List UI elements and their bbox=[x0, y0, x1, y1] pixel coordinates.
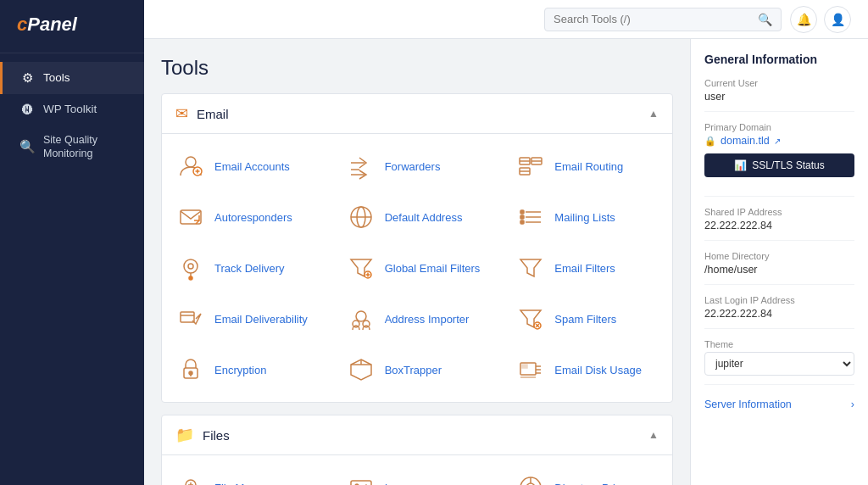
svg-rect-47 bbox=[522, 365, 527, 368]
tool-global-email-filters[interactable]: Global Email Filters bbox=[332, 242, 503, 293]
email-section-icon: ✉ bbox=[175, 104, 188, 123]
email-section-header[interactable]: ✉ Email ▲ bbox=[162, 94, 672, 134]
files-section-header[interactable]: 📁 Files ▲ bbox=[162, 415, 672, 455]
default-address-label: Default Address bbox=[385, 211, 463, 224]
logo: cPanel bbox=[0, 0, 144, 53]
theme-row: Theme jupiter bbox=[704, 339, 854, 385]
wp-icon: 🅦 bbox=[19, 103, 35, 116]
svg-marker-30 bbox=[520, 259, 541, 276]
boxtrapper-icon bbox=[346, 354, 376, 385]
email-accounts-label: Email Accounts bbox=[214, 160, 290, 173]
last-login-label: Last Login IP Address bbox=[704, 295, 854, 305]
images-label: Images bbox=[385, 482, 421, 486]
primary-domain-value: 🔒 domain.tld ↗ bbox=[704, 135, 854, 147]
notifications-button[interactable]: 🔔 bbox=[790, 6, 817, 33]
tool-mailing-lists[interactable]: Mailing Lists bbox=[502, 192, 672, 242]
spam-filters-label: Spam Filters bbox=[554, 313, 616, 326]
search-input[interactable] bbox=[554, 13, 751, 25]
email-disk-usage-label: Email Disk Usage bbox=[554, 364, 642, 376]
header-icons: 🔔 👤 bbox=[790, 6, 851, 33]
svg-rect-21 bbox=[520, 220, 524, 224]
shared-ip-row: Shared IP Address 22.222.222.84 bbox=[704, 207, 854, 241]
svg-point-22 bbox=[184, 259, 198, 273]
info-panel: General Information Current User user Pr… bbox=[690, 39, 868, 485]
current-user-row: Current User user bbox=[704, 78, 854, 112]
forwarders-icon bbox=[346, 151, 376, 181]
last-login-row: Last Login IP Address 22.222.222.84 bbox=[704, 295, 854, 329]
encryption-label: Encryption bbox=[214, 364, 266, 376]
mailing-lists-icon bbox=[515, 202, 546, 232]
tool-images[interactable]: Images bbox=[332, 462, 503, 485]
lock-icon: 🔒 bbox=[704, 136, 716, 147]
directory-privacy-label: Directory Privacy bbox=[554, 482, 637, 486]
email-section: ✉ Email ▲ bbox=[161, 93, 673, 403]
files-section-toggle[interactable]: ▲ bbox=[648, 429, 659, 441]
encryption-icon bbox=[175, 354, 206, 385]
email-filters-label: Email Filters bbox=[554, 262, 615, 275]
email-routing-label: Email Routing bbox=[554, 160, 623, 173]
tool-default-address[interactable]: Default Address bbox=[332, 192, 503, 242]
tool-track-delivery[interactable]: Track Delivery bbox=[162, 242, 332, 293]
svg-rect-55 bbox=[351, 481, 371, 485]
main-area: 🔍 🔔 👤 Tools ✉ Email ▲ bbox=[144, 0, 868, 485]
email-section-toggle[interactable]: ▲ bbox=[648, 108, 659, 120]
home-dir-label: Home Directory bbox=[704, 251, 854, 261]
tool-spam-filters[interactable]: Spam Filters bbox=[502, 293, 672, 344]
files-section-icon: 📁 bbox=[175, 426, 194, 444]
theme-select[interactable]: jupiter bbox=[704, 352, 854, 376]
boxtrapper-label: BoxTrapper bbox=[385, 364, 442, 376]
site-quality-icon: 🔍 bbox=[19, 139, 35, 154]
svg-rect-20 bbox=[520, 215, 524, 219]
autoresponders-label: Autoresponders bbox=[214, 211, 292, 224]
page-title: Tools bbox=[161, 56, 673, 80]
info-panel-title: General Information bbox=[704, 53, 854, 66]
svg-point-33 bbox=[356, 311, 366, 321]
primary-domain-row: Primary Domain 🔒 domain.tld ↗ 📊 SSL/TLS … bbox=[704, 122, 854, 197]
domain-text: domain.tld bbox=[721, 135, 770, 147]
server-info-link[interactable]: Server Information › bbox=[704, 395, 854, 410]
tool-encryption[interactable]: Encryption bbox=[162, 344, 332, 395]
tool-email-disk-usage[interactable]: Email Disk Usage bbox=[502, 344, 672, 395]
tool-autoresponders[interactable]: Autoresponders bbox=[162, 192, 332, 242]
svg-point-41 bbox=[189, 371, 192, 375]
svg-rect-19 bbox=[520, 210, 524, 214]
email-accounts-icon bbox=[175, 151, 206, 181]
sidebar: cPanel ⚙ Tools 🅦 WP Toolkit 🔍 Site Quali… bbox=[0, 0, 144, 485]
tool-email-routing[interactable]: Email Routing bbox=[502, 141, 672, 192]
sidebar-item-tools[interactable]: ⚙ Tools bbox=[0, 62, 144, 94]
tool-address-importer[interactable]: Address Importer bbox=[332, 293, 503, 344]
email-routing-icon bbox=[515, 151, 546, 181]
tool-directory-privacy[interactable]: Directory Privacy bbox=[502, 462, 672, 485]
tool-boxtrapper[interactable]: BoxTrapper bbox=[332, 344, 503, 395]
images-icon bbox=[346, 472, 376, 485]
svg-point-23 bbox=[188, 264, 193, 269]
server-info-chevron: › bbox=[851, 399, 854, 410]
svg-rect-31 bbox=[181, 312, 194, 322]
email-section-label: Email bbox=[197, 107, 229, 121]
email-disk-usage-icon bbox=[515, 354, 546, 385]
track-delivery-label: Track Delivery bbox=[214, 262, 285, 275]
tool-forwarders[interactable]: Forwarders bbox=[332, 141, 503, 192]
tool-email-deliverability[interactable]: Email Deliverability bbox=[162, 293, 332, 344]
tools-icon: ⚙ bbox=[19, 70, 35, 86]
sidebar-item-site-quality[interactable]: 🔍 Site Quality Monitoring bbox=[0, 125, 144, 170]
user-menu-button[interactable]: 👤 bbox=[824, 6, 851, 33]
shared-ip-label: Shared IP Address bbox=[704, 207, 854, 217]
current-user-label: Current User bbox=[704, 78, 854, 88]
tool-file-manager[interactable]: File Manager bbox=[162, 462, 332, 485]
files-section-label: Files bbox=[203, 428, 230, 443]
sidebar-nav: ⚙ Tools 🅦 WP Toolkit 🔍 Site Quality Moni… bbox=[0, 53, 144, 178]
tool-email-filters[interactable]: Email Filters bbox=[502, 242, 672, 293]
search-button[interactable]: 🔍 bbox=[758, 13, 772, 26]
server-info-label: Server Information bbox=[704, 399, 792, 410]
tool-email-accounts[interactable]: Email Accounts bbox=[162, 141, 332, 192]
files-section: 📁 Files ▲ bbox=[161, 415, 673, 485]
theme-label: Theme bbox=[704, 339, 854, 349]
sidebar-item-wp-toolkit[interactable]: 🅦 WP Toolkit bbox=[0, 94, 144, 125]
email-deliverability-icon bbox=[175, 304, 206, 334]
sidebar-wp-label: WP Toolkit bbox=[43, 103, 97, 116]
ssl-status-button[interactable]: 📊 SSL/TLS Status bbox=[704, 153, 854, 177]
home-dir-row: Home Directory /home/user bbox=[704, 251, 854, 285]
shared-ip-value: 22.222.222.84 bbox=[704, 220, 854, 231]
address-importer-label: Address Importer bbox=[385, 313, 470, 326]
